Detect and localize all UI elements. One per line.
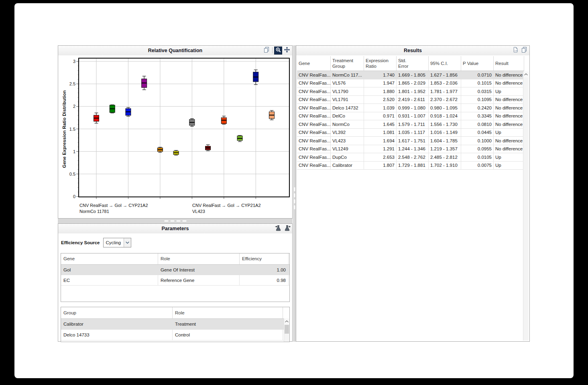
results-panel: Results CSV GeneTreatment GroupExpressio… xyxy=(296,45,530,342)
pan-tool-button[interactable] xyxy=(283,47,291,55)
horizontal-splitter[interactable] xyxy=(58,219,293,223)
table-cell: VL1790 xyxy=(331,87,364,95)
chevron-down-icon[interactable] xyxy=(124,238,131,247)
table-cell: 1.00 xyxy=(240,265,289,275)
table-cell: 1.947 xyxy=(364,79,397,87)
column-header[interactable]: P Value xyxy=(461,56,494,71)
table-row[interactable]: CNV RealFas...Delco 147321.0390.999 - 1.… xyxy=(297,104,524,112)
copy-chart-button[interactable] xyxy=(262,47,271,55)
table-cell: Control xyxy=(173,330,283,340)
table-cell: Up xyxy=(494,153,524,161)
export-parameters-button[interactable] xyxy=(283,225,291,233)
table-cell: 0.0315 xyxy=(461,87,494,95)
scrollbar-thumb[interactable] xyxy=(285,325,289,334)
table-cell: Delco 14733 xyxy=(61,330,173,340)
table-cell: CNV RealFas... xyxy=(297,120,331,128)
parameters-panel: Parameters Efficiency Source Cycling xyxy=(58,223,293,342)
table-row[interactable]: CNV RealFas...DupCo2.6532.548 - 2.7622.4… xyxy=(297,153,524,162)
svg-text:0.5: 0.5 xyxy=(69,172,75,176)
table-row[interactable]: CNV RealFas...NormCo1.6451.579 - 1.7111.… xyxy=(297,120,524,129)
table-cell: CNV RealFas... xyxy=(297,145,331,153)
table-cell: 1.579 - 1.711 xyxy=(397,120,429,128)
table-cell: No difference xyxy=(494,79,524,87)
table-cell: Treatment xyxy=(173,319,283,329)
svg-text:VL423: VL423 xyxy=(192,209,205,214)
table-cell: CNV RealFas... xyxy=(297,112,331,120)
table-row[interactable]: Delco 14733Control xyxy=(61,330,289,340)
column-header[interactable]: Role xyxy=(158,253,240,264)
table-cell: 1.807 xyxy=(364,162,397,170)
efficiency-source-dropdown[interactable]: Cycling xyxy=(103,238,131,247)
table-cell: 0.931 - 1.007 xyxy=(397,112,429,120)
table-cell: 1.035 - 1.117 xyxy=(397,129,429,137)
table-cell: 1.865 - 2.029 xyxy=(397,79,429,87)
flask-import-icon xyxy=(275,225,282,233)
table-cell: CNV RealFas... xyxy=(297,162,331,170)
scroll-up-icon[interactable] xyxy=(284,318,289,324)
results-scrollbar[interactable] xyxy=(523,71,529,340)
table-cell: 1.801 - 1.952 xyxy=(397,87,429,95)
copy-icon xyxy=(521,47,527,54)
table-cell: 1.627 - 1.856 xyxy=(429,71,461,79)
table-row[interactable]: CalibratorTreatment xyxy=(61,319,289,330)
splitter-grip xyxy=(164,221,186,222)
table-cell: VL423 xyxy=(331,137,364,145)
svg-text:CSV: CSV xyxy=(514,50,518,52)
table-cell: 1.244 - 1.346 xyxy=(397,145,429,153)
table-cell: 0.1095 xyxy=(461,96,494,104)
table-cell: 1.617 - 1.751 xyxy=(397,137,429,145)
table-row[interactable]: CNV RealFas...Calibrator1.8071.729 - 1.8… xyxy=(297,162,524,170)
results-panel-titlebar: Results CSV xyxy=(296,46,529,56)
table-cell: No difference xyxy=(494,104,524,112)
app-window: Relative Quantification xyxy=(14,3,574,378)
export-report-button[interactable]: CSV xyxy=(511,47,519,55)
table-row[interactable]: CNV RealFas...VL17912.5202.419 - 2.6112.… xyxy=(297,96,524,104)
table-cell: VL1249 xyxy=(331,145,364,153)
table-cell: No difference xyxy=(494,145,524,153)
pan-icon xyxy=(284,47,290,54)
table-row[interactable]: CNV RealFas...VL4231.6941.617 - 1.7511.6… xyxy=(297,137,524,145)
column-header[interactable]: Result xyxy=(494,56,524,71)
table-cell: 0.98 xyxy=(240,275,289,285)
table-row[interactable]: CNV RealFas...VL12491.2911.244 - 1.3461.… xyxy=(297,145,524,154)
copy-results-button[interactable] xyxy=(520,47,528,55)
svg-text:Gene Expression Ratio Distribu: Gene Expression Ratio Distribution xyxy=(62,90,67,168)
groups-table-scrollbar[interactable] xyxy=(284,318,289,342)
column-header[interactable]: Treatment Group xyxy=(331,56,364,71)
splitter-grip xyxy=(294,187,295,209)
table-row[interactable]: CNV RealFas...VL3921.0811.035 - 1.1171.0… xyxy=(297,129,524,137)
table-cell: 0.980 - 1.095 xyxy=(429,104,461,112)
relative-quantification-chart[interactable]: 00.511.522.53Gene Expression Ratio Distr… xyxy=(58,55,292,218)
table-cell: 2.419 - 2.611 xyxy=(397,96,429,104)
column-header[interactable]: Efficiency xyxy=(240,253,289,264)
table-cell: 1.016 - 1.149 xyxy=(429,129,461,137)
table-row[interactable]: CNV RealFas...DelCo0.9710.931 - 1.0070.9… xyxy=(297,112,524,121)
table-row[interactable]: CNV RealFas...NormCo 117...1.7401.669 - … xyxy=(297,71,524,79)
column-header[interactable]: Gene xyxy=(297,56,331,71)
column-header[interactable]: Group xyxy=(61,307,173,318)
table-cell: CNV RealFas... xyxy=(297,129,331,137)
table-cell: Reference Gene xyxy=(158,275,240,285)
table-cell: 1.039 xyxy=(364,104,397,112)
table-cell: CNV RealFas... xyxy=(297,153,331,161)
table-cell: 1.853 - 2.036 xyxy=(429,79,461,87)
table-cell: VL1791 xyxy=(331,96,364,104)
column-header[interactable]: Gene xyxy=(61,253,158,264)
table-row[interactable]: GoIGene Of Interest1.00 xyxy=(61,265,289,275)
column-header[interactable]: Role xyxy=(173,307,283,318)
column-header[interactable]: Expression Ratio xyxy=(364,56,397,71)
table-cell: CNV RealFas... xyxy=(297,71,331,79)
zoom-tool-button[interactable] xyxy=(274,47,282,55)
column-header[interactable]: Std. Error xyxy=(397,56,429,71)
table-row[interactable]: CNV RealFas...VL17901.8801.801 - 1.9521.… xyxy=(297,87,524,96)
table-cell: 0.1000 xyxy=(461,137,494,145)
table-cell: 1.781 - 1.977 xyxy=(429,87,461,95)
svg-text:CNV RealFast → GoI → CYP21A2: CNV RealFast → GoI → CYP21A2 xyxy=(192,203,261,208)
column-header[interactable]: 95% C.I. xyxy=(429,56,461,71)
table-cell: 0.0955 xyxy=(461,145,494,153)
table-row[interactable]: CNV RealFas...VL5761.9471.865 - 2.0291.8… xyxy=(297,79,524,88)
vertical-splitter[interactable] xyxy=(293,45,296,342)
import-parameters-button[interactable] xyxy=(274,225,282,233)
scroll-up-icon[interactable] xyxy=(523,71,529,77)
table-row[interactable]: ECReference Gene0.98 xyxy=(61,275,289,286)
